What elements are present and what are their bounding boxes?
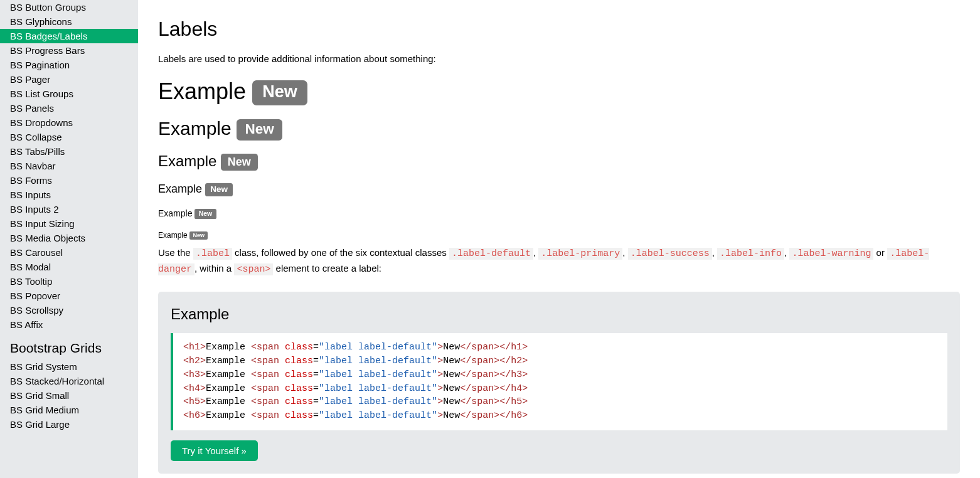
sidebar-item[interactable]: BS Navbar — [0, 159, 138, 173]
sidebar-item[interactable]: BS Grid System — [0, 359, 138, 374]
code-inline: .label-warning — [789, 248, 873, 260]
demo-h4: Example New — [158, 183, 960, 196]
sidebar-item[interactable]: BS Scrollspy — [0, 303, 138, 317]
sidebar-item[interactable]: BS Input Sizing — [0, 216, 138, 231]
sidebar-item[interactable]: BS Media Objects — [0, 231, 138, 245]
label-badge: New — [189, 231, 208, 240]
sidebar-item[interactable]: BS Carousel — [0, 245, 138, 260]
sidebar-item[interactable]: BS Tooltip — [0, 274, 138, 289]
demo-h6: Example New — [158, 231, 960, 240]
label-badge: New — [194, 209, 216, 219]
demo-h5: Example New — [158, 209, 960, 219]
description-text: Use the .label class, followed by one of… — [158, 246, 960, 277]
sidebar-item[interactable]: BS Popover — [0, 289, 138, 303]
demo-h2: Example New — [158, 118, 960, 141]
sidebar-item[interactable]: BS Tabs/Pills — [0, 144, 138, 159]
sidebar-item[interactable]: BS Grid Small — [0, 388, 138, 403]
sidebar-item[interactable]: BS Grid Medium — [0, 403, 138, 417]
sidebar: BS Button GroupsBS GlyphiconsBS Badges/L… — [0, 0, 138, 478]
sidebar-item[interactable]: BS Grid Large — [0, 417, 138, 432]
main-content: Labels Labels are used to provide additi… — [138, 0, 980, 478]
code-inline: .label-info — [717, 248, 784, 260]
sidebar-item[interactable]: BS Pager — [0, 72, 138, 87]
example-box-title: Example — [171, 305, 947, 323]
section-heading: Labels — [158, 18, 960, 41]
sidebar-item[interactable]: BS Progress Bars — [0, 43, 138, 58]
sidebar-item[interactable]: BS Pagination — [0, 58, 138, 72]
intro-text: Labels are used to provide additional in… — [158, 52, 960, 66]
code-block: <h1>Example <span class="label label-def… — [171, 333, 947, 430]
sidebar-item[interactable]: BS List Groups — [0, 87, 138, 101]
sidebar-item[interactable]: BS Inputs — [0, 188, 138, 202]
code-inline: .label-success — [628, 248, 712, 260]
sidebar-item[interactable]: BS Badges/Labels — [0, 29, 138, 43]
code-inline: .label-default — [449, 248, 533, 260]
sidebar-item[interactable]: BS Button Groups — [0, 0, 138, 14]
label-badge: New — [205, 183, 233, 196]
sidebar-item[interactable]: BS Panels — [0, 101, 138, 115]
code-inline: <span> — [234, 263, 273, 275]
label-badge: New — [237, 119, 282, 141]
label-badge: New — [221, 154, 258, 171]
sidebar-grids-heading: Bootstrap Grids — [0, 332, 138, 359]
example-box: Example <h1>Example <span class="label l… — [158, 292, 960, 474]
label-demo: Example New Example New Example New Exam… — [158, 79, 960, 240]
demo-h3: Example New — [158, 153, 960, 171]
sidebar-item[interactable]: BS Forms — [0, 173, 138, 188]
sidebar-item[interactable]: BS Inputs 2 — [0, 202, 138, 216]
sidebar-item[interactable]: BS Modal — [0, 260, 138, 274]
sidebar-item[interactable]: BS Affix — [0, 317, 138, 332]
sidebar-item[interactable]: BS Stacked/Horizontal — [0, 374, 138, 388]
sidebar-item[interactable]: BS Glyphicons — [0, 14, 138, 29]
sidebar-item[interactable]: BS Collapse — [0, 130, 138, 144]
sidebar-item[interactable]: BS Dropdowns — [0, 115, 138, 130]
try-it-yourself-button[interactable]: Try it Yourself » — [171, 440, 258, 461]
code-inline: .label-primary — [538, 248, 622, 260]
code-inline: .label — [193, 248, 232, 260]
label-badge: New — [252, 80, 307, 105]
demo-h1: Example New — [158, 79, 960, 106]
